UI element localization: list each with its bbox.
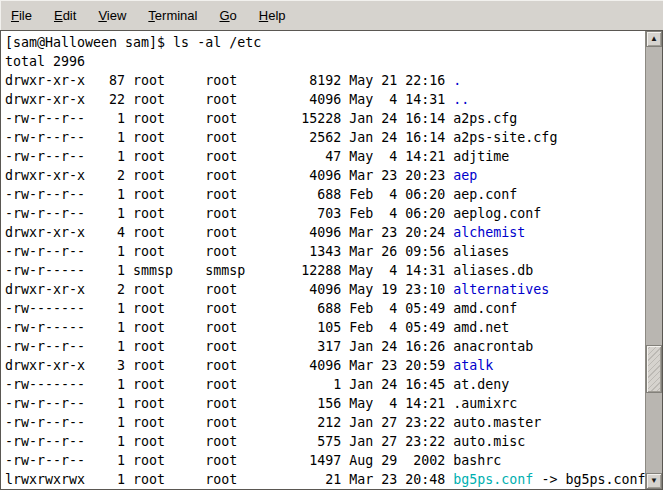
scrollbar-trough[interactable] xyxy=(646,47,662,473)
file-name: . xyxy=(453,73,461,88)
file-name: aliases.db xyxy=(453,263,533,278)
terminal-line: -rw------- 1 root root 688 Feb 4 05:49 a… xyxy=(5,299,645,318)
terminal-window: [sam@Halloween sam]$ ls -al /etctotal 29… xyxy=(0,30,663,490)
file-name: a2ps.cfg xyxy=(453,111,517,126)
terminal-screen[interactable]: [sam@Halloween sam]$ ls -al /etctotal 29… xyxy=(1,31,645,489)
menu-item-edit[interactable]: Edit xyxy=(43,5,87,26)
file-name: anacrontab xyxy=(453,339,533,354)
file-name: amd.net xyxy=(453,320,509,335)
file-name: bg5ps.conf xyxy=(453,472,533,487)
total-line: total 2996 xyxy=(5,52,645,71)
scroll-down-icon: ▼ xyxy=(650,477,658,485)
terminal-line: -rw-r--r-- 1 root root 575 Jan 27 23:22 … xyxy=(5,432,645,451)
file-name: aep.conf xyxy=(453,187,517,202)
menu-item-help[interactable]: Help xyxy=(248,5,297,26)
terminal-line: -rw-r--r-- 1 root root 156 May 4 14:21 .… xyxy=(5,394,645,413)
terminal-line: -rw-r--r-- 1 root root 1343 Mar 26 09:56… xyxy=(5,242,645,261)
file-name: .. xyxy=(453,92,469,107)
terminal-line: -rw-r--r-- 1 root root 1497 Aug 29 2002 … xyxy=(5,451,645,470)
file-name: aeplog.conf xyxy=(453,206,541,221)
terminal-line: -rw-r--r-- 1 root root 317 Jan 24 16:26 … xyxy=(5,337,645,356)
file-name: .aumixrc xyxy=(453,396,517,411)
prompt-line: [sam@Halloween sam]$ ls -al /etc xyxy=(5,33,645,52)
menu-item-file[interactable]: File xyxy=(0,5,43,26)
terminal-line: drwxr-xr-x 87 root root 8192 May 21 22:1… xyxy=(5,71,645,90)
file-name: atalk xyxy=(453,358,493,373)
file-name: a2ps-site.cfg xyxy=(453,130,557,145)
terminal-line: drwxr-xr-x 2 root root 4096 Mar 23 20:23… xyxy=(5,166,645,185)
scrollbar-thumb[interactable] xyxy=(646,345,662,393)
terminal-line: -rw-r----- 1 root root 105 Feb 4 05:49 a… xyxy=(5,318,645,337)
file-name: amd.conf xyxy=(453,301,517,316)
terminal-line: drwxr-xr-x 2 root root 4096 May 19 23:10… xyxy=(5,280,645,299)
terminal-line: drwxr-xr-x 3 root root 4096 Mar 23 20:59… xyxy=(5,356,645,375)
terminal-line: -rw-r--r-- 1 root root 703 Feb 4 06:20 a… xyxy=(5,204,645,223)
scroll-up-icon: ▲ xyxy=(650,35,658,43)
terminal-line: drwxr-xr-x 22 root root 4096 May 4 14:31… xyxy=(5,90,645,109)
file-name: adjtime xyxy=(453,149,509,164)
terminal-line: -rw-r----- 1 smmsp smmsp 12288 May 4 14:… xyxy=(5,261,645,280)
file-name: auto.misc xyxy=(453,434,525,449)
terminal-line: drwxr-xr-x 4 root root 4096 Mar 23 20:24… xyxy=(5,223,645,242)
file-name: alchemist xyxy=(453,225,525,240)
file-name: at.deny xyxy=(453,377,509,392)
terminal-line: -rw-r--r-- 1 root root 2562 Jan 24 16:14… xyxy=(5,128,645,147)
scroll-down-button[interactable]: ▼ xyxy=(646,473,662,489)
terminal-line: -rw------- 1 root root 1 Jan 24 16:45 at… xyxy=(5,375,645,394)
scrollbar: ▲ ▼ xyxy=(645,31,662,489)
terminal-line: -rw-r--r-- 1 root root 212 Jan 27 23:22 … xyxy=(5,413,645,432)
file-name: bashrc xyxy=(453,453,501,468)
menubar: FileEditViewTerminalGoHelp xyxy=(0,0,663,30)
menu-item-terminal[interactable]: Terminal xyxy=(137,5,208,26)
terminal-line: -rw-r--r-- 1 root root 47 May 4 14:21 ad… xyxy=(5,147,645,166)
menu-item-view[interactable]: View xyxy=(87,5,137,26)
terminal-line: -rw-r--r-- 1 root root 15228 Jan 24 16:1… xyxy=(5,109,645,128)
file-name: aep xyxy=(453,168,477,183)
menu-item-go[interactable]: Go xyxy=(208,5,247,26)
file-name: alternatives xyxy=(453,282,549,297)
terminal-line: -rw-r--r-- 1 root root 688 Feb 4 06:20 a… xyxy=(5,185,645,204)
terminal-line: lrwxrwxrwx 1 root root 21 Mar 23 20:48 b… xyxy=(5,470,645,489)
scroll-up-button[interactable]: ▲ xyxy=(646,31,662,47)
file-name: auto.master xyxy=(453,415,541,430)
file-name: aliases xyxy=(453,244,509,259)
